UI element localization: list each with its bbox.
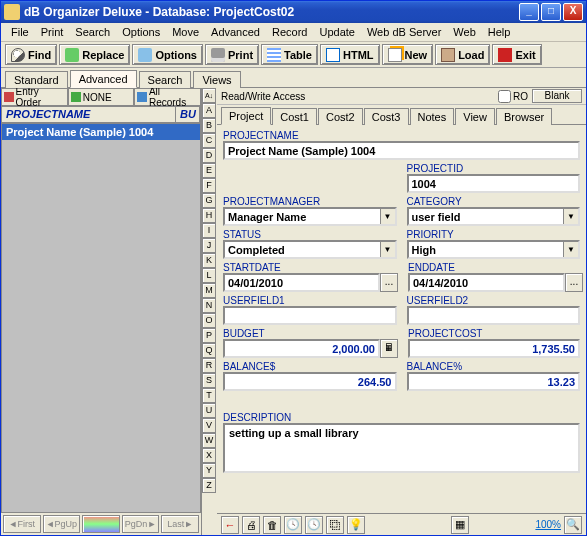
az-letter-a[interactable]: A: [202, 103, 216, 118]
az-letter-l[interactable]: L: [202, 268, 216, 283]
field-category[interactable]: user field▼: [407, 207, 581, 226]
print-button[interactable]: Print: [205, 44, 259, 65]
az-letter-o[interactable]: O: [202, 313, 216, 328]
new-button[interactable]: New: [382, 44, 434, 65]
az-letter-w[interactable]: W: [202, 433, 216, 448]
filter-none[interactable]: NONE: [68, 88, 135, 106]
last-button[interactable]: Last►: [161, 515, 199, 533]
az-letter-x[interactable]: X: [202, 448, 216, 463]
az-letter-c[interactable]: C: [202, 133, 216, 148]
budget-calc-button[interactable]: 🖩: [380, 339, 398, 358]
menu-print[interactable]: Print: [35, 26, 70, 38]
list-item[interactable]: Project Name (Sample) 1004: [2, 124, 200, 140]
menu-file[interactable]: File: [5, 26, 35, 38]
print-button-small[interactable]: 🖨: [242, 516, 260, 534]
menu-help[interactable]: Help: [482, 26, 517, 38]
delete-button[interactable]: 🗑: [263, 516, 281, 534]
az-letter-z[interactable]: Z: [202, 478, 216, 493]
zoom-level[interactable]: 100%: [535, 519, 561, 530]
tab-browser[interactable]: Browser: [496, 108, 552, 125]
menu-search[interactable]: Search: [69, 26, 116, 38]
pgdn-button[interactable]: PgDn►: [122, 515, 160, 533]
az-letter-j[interactable]: J: [202, 238, 216, 253]
field-projectid[interactable]: [407, 174, 581, 193]
clock-button[interactable]: 🕓: [305, 516, 323, 534]
minimize-button[interactable]: _: [519, 3, 539, 21]
pgup-button[interactable]: ◄PgUp: [43, 515, 81, 533]
menu-advanced[interactable]: Advanced: [205, 26, 266, 38]
first-button[interactable]: ◄First: [3, 515, 41, 533]
sort-entry-order[interactable]: Entry Order: [1, 88, 68, 106]
maximize-button[interactable]: □: [541, 3, 561, 21]
field-projectcost[interactable]: [408, 339, 580, 358]
az-letter-u[interactable]: U: [202, 403, 216, 418]
html-button[interactable]: HTML: [320, 44, 380, 65]
az-letter-b[interactable]: B: [202, 118, 216, 133]
clock-red-button[interactable]: 🕓: [284, 516, 302, 534]
find-button[interactable]: Find: [5, 44, 57, 65]
menu-record[interactable]: Record: [266, 26, 313, 38]
az-letter-i[interactable]: I: [202, 223, 216, 238]
field-priority[interactable]: High▼: [407, 240, 581, 259]
filter-all-records[interactable]: All Records: [134, 88, 201, 106]
az-letter-n[interactable]: N: [202, 298, 216, 313]
az-letter-y[interactable]: Y: [202, 463, 216, 478]
tab-view[interactable]: View: [455, 108, 495, 125]
az-letter-v[interactable]: V: [202, 418, 216, 433]
field-enddate[interactable]: [408, 273, 565, 292]
field-balancep[interactable]: [407, 372, 581, 391]
az-letter-f[interactable]: F: [202, 178, 216, 193]
field-status[interactable]: Completed▼: [223, 240, 397, 259]
enddate-picker-button[interactable]: ...: [565, 273, 583, 292]
menu-webdbserver[interactable]: Web dB Server: [361, 26, 447, 38]
field-description[interactable]: [223, 423, 580, 473]
az-sort-icon[interactable]: A↓: [202, 88, 216, 103]
az-letter-e[interactable]: E: [202, 163, 216, 178]
col-projectname[interactable]: PROJECTNAME: [2, 107, 176, 122]
replace-button[interactable]: Replace: [59, 44, 130, 65]
field-projectmanager[interactable]: Manager Name▼: [223, 207, 397, 226]
az-letter-h[interactable]: H: [202, 208, 216, 223]
field-startdate[interactable]: [223, 273, 380, 292]
export-button[interactable]: ▦: [451, 516, 469, 534]
field-projectname[interactable]: [223, 141, 580, 160]
field-budget[interactable]: [223, 339, 380, 358]
az-letter-p[interactable]: P: [202, 328, 216, 343]
az-letter-r[interactable]: R: [202, 358, 216, 373]
copy-button[interactable]: ⿻: [326, 516, 344, 534]
load-button[interactable]: Load: [435, 44, 490, 65]
tab-notes[interactable]: Notes: [410, 108, 455, 125]
tab-project[interactable]: Project: [221, 107, 271, 125]
az-letter-k[interactable]: K: [202, 253, 216, 268]
az-letter-m[interactable]: M: [202, 283, 216, 298]
az-letter-q[interactable]: Q: [202, 343, 216, 358]
blank-button[interactable]: Blank: [532, 89, 582, 103]
tab-standard[interactable]: Standard: [5, 71, 68, 88]
tab-cost2[interactable]: Cost2: [318, 108, 363, 125]
tab-cost3[interactable]: Cost3: [364, 108, 409, 125]
menu-options[interactable]: Options: [116, 26, 166, 38]
ro-checkbox[interactable]: [498, 90, 511, 103]
close-button[interactable]: X: [563, 3, 583, 21]
record-list[interactable]: Project Name (Sample) 1004: [1, 123, 201, 513]
bulb-button[interactable]: 💡: [347, 516, 365, 534]
field-balances[interactable]: [223, 372, 397, 391]
az-letter-s[interactable]: S: [202, 373, 216, 388]
back-arrow-button[interactable]: ←: [221, 516, 239, 534]
tab-views[interactable]: Views: [193, 71, 240, 88]
col-bu[interactable]: BU: [176, 107, 200, 122]
tab-cost1[interactable]: Cost1: [272, 108, 317, 125]
zoom-icon[interactable]: 🔍: [564, 516, 582, 534]
field-userfield1[interactable]: [223, 306, 397, 325]
az-letter-d[interactable]: D: [202, 148, 216, 163]
exit-button[interactable]: Exit: [492, 44, 541, 65]
menu-web[interactable]: Web: [447, 26, 481, 38]
table-button[interactable]: Table: [261, 44, 318, 65]
color-grid-button[interactable]: [82, 515, 120, 533]
menu-update[interactable]: Update: [313, 26, 360, 38]
startdate-picker-button[interactable]: ...: [380, 273, 398, 292]
tab-search[interactable]: Search: [139, 71, 192, 88]
az-letter-g[interactable]: G: [202, 193, 216, 208]
tab-advanced[interactable]: Advanced: [70, 70, 137, 88]
az-letter-t[interactable]: T: [202, 388, 216, 403]
